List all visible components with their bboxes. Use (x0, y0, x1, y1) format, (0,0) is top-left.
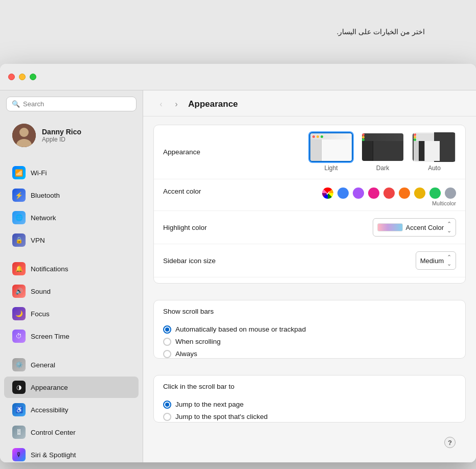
scroll-always-option[interactable]: Always (163, 350, 456, 358)
accent-dot-orange[interactable] (399, 187, 410, 199)
accent-color-control: Multicolor (265, 187, 456, 206)
sidebar-item-sound[interactable]: 🔊 Sound (4, 280, 139, 302)
accent-dot-purple[interactable] (353, 187, 364, 199)
scroll-scrolling-option[interactable]: When scrolling (163, 338, 456, 346)
sidebar-label-focus: Focus (31, 310, 50, 318)
scroll-always-radio (163, 350, 171, 358)
user-info: Danny Rico Apple ID (42, 128, 81, 143)
sidebar-item-notifications[interactable]: 🔔 Notifications (4, 258, 139, 279)
avatar (12, 124, 36, 147)
accent-dot-green[interactable] (429, 187, 441, 199)
siri-icon: 🎙 (12, 448, 26, 461)
click-next-page-label: Jump to the next page (175, 401, 244, 408)
notifications-icon: 🔔 (12, 262, 26, 275)
sidebar-item-screentime[interactable]: ⏱ Screen Time (4, 325, 139, 347)
main-content: 🔍 (0, 90, 476, 462)
sidebar-label-sound: Sound (31, 288, 51, 295)
search-box[interactable]: 🔍 (6, 97, 137, 111)
avatar-inner (12, 124, 36, 147)
sidebar-item-appearance[interactable]: ◑ Appearance (4, 377, 139, 398)
click-next-page-option[interactable]: Jump to the next page (163, 401, 456, 409)
main-window: 🔍 (0, 64, 476, 462)
appearance-option-auto[interactable]: Auto (413, 132, 456, 172)
highlight-color-dropdown[interactable]: Accent Color ⌃⌄ (373, 218, 456, 237)
appearance-option-light[interactable]: Light (309, 132, 353, 172)
click-spot-radio (163, 413, 171, 421)
top-callout-area: اختر من الخيارات على اليسار. (0, 10, 476, 38)
back-button[interactable]: ‹ (155, 99, 167, 110)
sidebar-icon-size-dropdown[interactable]: Medium ⌃⌄ (416, 251, 456, 270)
sidebar-item-siri[interactable]: 🎙 Siri & Spotlight (4, 444, 139, 462)
click-next-page-radio (163, 401, 171, 409)
window-wrapper: اختر من الخيارات على اليسار. 🔍 (0, 10, 476, 469)
bottom-callouts: انقر على أحد الإعدادات في الشريط الجانبي… (0, 462, 476, 469)
top-callout-text: اختر من الخيارات على اليسار. (337, 28, 425, 36)
appearance-control: Light (265, 132, 456, 172)
sound-icon: 🔊 (12, 285, 26, 298)
sidebar-label-appearance: Appearance (31, 384, 68, 391)
multicolor-label: Multicolor (432, 200, 456, 206)
scroll-auto-radio (163, 325, 171, 334)
appearance-options: Light (309, 132, 456, 172)
dark-thumb (361, 132, 404, 162)
focus-icon: 🌙 (12, 307, 26, 320)
sidebar-icon-size-control: Medium ⌃⌄ (265, 251, 456, 270)
sidebar-label-bluetooth: Bluetooth (31, 192, 60, 199)
sidebar-icon-size-value: Medium (420, 257, 444, 265)
accessibility-icon: ♿ (12, 403, 26, 416)
click-spot-option[interactable]: Jump to the spot that's clicked (163, 413, 456, 421)
general-icon: ⚙️ (12, 358, 26, 371)
appearance-option-dark[interactable]: Dark (361, 132, 404, 172)
sidebar-item-general[interactable]: ⚙️ General (4, 354, 139, 376)
sidebar-label-screentime: Screen Time (31, 333, 70, 340)
sidebar-label-notifications: Notifications (31, 265, 69, 273)
search-input[interactable] (23, 100, 131, 108)
sidebar-label-wifi: Wi-Fi (31, 169, 47, 177)
accent-dot-pink[interactable] (368, 187, 379, 199)
user-profile[interactable]: Danny Rico Apple ID (4, 118, 139, 153)
highlight-dropdown-arrow: ⌃⌄ (447, 221, 451, 234)
sidebar-icon-size-arrow: ⌃⌄ (447, 254, 451, 267)
auto-thumb (413, 132, 456, 162)
accent-dot-yellow[interactable] (414, 187, 425, 199)
network-icon: 🌐 (12, 211, 26, 224)
forward-button[interactable]: › (171, 99, 182, 110)
click-scroll-options: Jump to the next page Jump to the spot t… (154, 393, 465, 423)
minimize-button[interactable] (19, 74, 26, 80)
help-button[interactable]: ? (444, 437, 456, 448)
accent-dot-red[interactable] (383, 187, 395, 199)
sidebar-item-network[interactable]: 🌐 Network (4, 207, 139, 228)
traffic-lights (8, 74, 36, 80)
sidebar-item-bluetooth[interactable]: ⚡ Bluetooth (4, 184, 139, 206)
sidebar-item-focus[interactable]: 🌙 Focus (4, 303, 139, 324)
svg-point-1 (19, 128, 29, 137)
accent-dot-blue[interactable] (337, 187, 349, 199)
sidebar-item-wifi[interactable]: 📶 Wi-Fi (4, 162, 139, 183)
user-name: Danny Rico (42, 128, 81, 136)
sidebar-label-network: Network (31, 214, 56, 222)
sidebar-icon-size-row: Sidebar icon size Medium ⌃⌄ (154, 244, 465, 277)
scroll-scrolling-label: When scrolling (175, 338, 221, 345)
accent-dot-multicolor[interactable] (322, 187, 333, 199)
vpn-icon: 🔒 (12, 233, 26, 247)
avatar-svg (12, 124, 36, 147)
close-button[interactable] (8, 74, 15, 80)
sidebar-label-vpn: VPN (31, 237, 45, 244)
sidebar-item-vpn[interactable]: 🔒 VPN (4, 229, 139, 251)
sidebar-item-controlcenter[interactable]: 🎛 Control Center (4, 421, 139, 443)
screentime-icon: ⏱ (12, 330, 26, 343)
click-spot-label: Jump to the spot that's clicked (175, 413, 267, 420)
accent-dot-graphite[interactable] (445, 187, 456, 199)
wifi-icon: 📶 (12, 166, 26, 179)
auto-label: Auto (428, 165, 441, 172)
scroll-bars-options: Automatically based on mouse or trackpad… (154, 318, 465, 359)
detail-title: Appearance (188, 99, 238, 109)
sidebar-label-siri: Siri & Spotlight (31, 451, 76, 459)
maximize-button[interactable] (30, 74, 36, 80)
sidebar-item-accessibility[interactable]: ♿ Accessibility (4, 399, 139, 420)
sidebar-icon-size-label: Sidebar icon size (163, 257, 265, 265)
detail-pane: ‹ › Appearance Appearance (143, 90, 476, 462)
scroll-auto-option[interactable]: Automatically based on mouse or trackpad (163, 325, 456, 334)
scroll-bars-section-label: Show scroll bars (154, 300, 465, 318)
scroll-bars-section: Show scroll bars Automatically based on … (153, 300, 466, 359)
